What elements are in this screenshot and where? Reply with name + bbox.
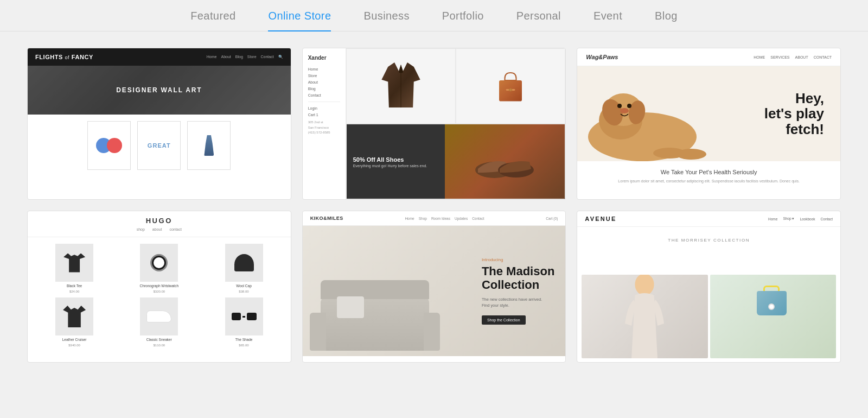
avenue-collection-label: THE MORRISEY COLLECTION [586,238,832,243]
theme-card-avenue[interactable]: AVENUE Home Shop ▾ Lookbook Contact THE … [577,211,841,363]
bag-circle [768,303,775,310]
xander-nav-item: Contact [308,93,340,97]
hugo-img-tshirt [55,244,93,282]
theme-card-flights-of-fancy[interactable]: FLIGHTS of FANCY Home About Blog Store C… [27,48,291,200]
hugo-title: Classic Sneaker [146,338,172,341]
wagpaws-logo: Wag&Paws [586,54,618,60]
tab-blog[interactable]: Blog [655,10,678,31]
xander-brand: Xander [308,55,340,61]
kiko-desc: The new collections have arrived.Find yo… [482,296,554,309]
svg-point-15 [676,149,706,160]
kiko-hero: Introducing The MadisonCollection The ne… [303,226,566,356]
category-nav: Featured Online Store Business Portfolio… [0,0,868,31]
shoes-illustration [473,143,538,181]
hugo-item-tshirt: Black Tee $24.00 [34,244,114,293]
hugo-img-beanie [225,244,263,282]
avenue-img-bag [710,275,836,358]
tab-business[interactable]: Business [363,10,409,31]
hugo-img-jacket [55,297,93,335]
hugo-title: Wool Cap [236,284,251,288]
svg-point-11 [617,104,622,108]
product-vase [204,135,214,156]
flights-nav-item: Blog [235,55,243,59]
flights-nav-item: About [221,55,231,59]
xander-nav-item: About [308,80,340,84]
hugo-title: Chronograph Wristwatch [140,284,178,288]
wagpaws-hero: Hey,let's playfetch! [577,66,840,161]
hugo-header: HUGO shop about contact [28,211,291,237]
hugo-nav-contact: contact [169,227,182,231]
svg-point-12 [627,104,631,108]
wagpaws-desc: Lorem ipsum dolor sit amet, consectetur … [586,179,832,185]
bag-svg [492,63,529,109]
kiko-text: Introducing The MadisonCollection The ne… [482,257,554,325]
kiko-header: KIKO&MILES Home Shop Room Ideas Updates … [303,211,566,226]
sneaker-shape [146,311,171,322]
sunglasses-shape [232,311,257,322]
flights-nav-item: Store [247,55,257,59]
flights-product-1 [87,121,131,170]
tab-portfolio[interactable]: Portfolio [442,10,484,31]
kiko-title: The MadisonCollection [482,264,554,292]
bridge [242,316,246,318]
tab-personal[interactable]: Personal [516,10,561,31]
hugo-price: $38.00 [239,290,248,293]
product-text-great: GREAT [148,142,171,149]
kiko-nav-item: Shop [419,217,427,220]
avenue-hero: THE MORRISEY COLLECTION [577,227,840,270]
kiko-nav: Home Shop Room Ideas Updates Contact [405,217,484,220]
xander-shoe-cell: 50% Off All Shoes Everything must go! Hu… [346,124,566,199]
flights-logo: FLIGHTS of FANCY [35,54,93,60]
lens-right [247,313,256,320]
theme-card-kiko-miles[interactable]: KIKO&MILES Home Shop Room Ideas Updates … [302,211,566,363]
avenue-nav: Home Shop ▾ Lookbook Contact [768,217,833,221]
theme-card-xander[interactable]: Xander Home Store About Blog Contact Log… [302,48,566,200]
shoe-sale-sub: Everything must go! Hurry before sales e… [353,163,427,167]
theme-card-wag-paws[interactable]: Wag&Paws HOME SERVICES ABOUT CONTACT [577,48,841,200]
xander-cart: Cart 1 [308,113,340,117]
lens-left [232,313,241,320]
kiko-nav-item: Room Ideas [431,217,450,220]
beanie-shape [234,254,254,271]
tab-online-store[interactable]: Online Store [268,10,331,31]
kiko-nav-item: Contact [472,217,484,220]
sofa-cushion-right [424,313,440,351]
svg-point-13 [620,108,629,113]
wagpaws-tagline-text: Hey,let's playfetch! [764,91,824,137]
flights-products: GREAT [28,115,291,176]
xander-bag-cell [456,48,565,124]
sofa-cushion-left [310,313,326,351]
tshirt-shape [63,254,85,273]
avenue-header: AVENUE Home Shop ▾ Lookbook Contact [577,211,840,227]
dog-illustration [577,66,767,161]
theme-card-hugo[interactable]: HUGO shop about contact Black Tee $24.00 [27,211,291,363]
avenue-images [577,270,840,363]
theme-grid: FLIGHTS of FANCY Home About Blog Store C… [5,31,863,379]
hugo-price: $340.00 [68,344,80,347]
hugo-product-grid: Black Tee $24.00 Chronograph Wristwatch … [28,237,291,353]
hugo-item-beanie: Wool Cap $38.00 [203,244,284,293]
avenue-nav-item: Lookbook [800,217,815,221]
wagpaws-nav-item: HOME [754,55,765,59]
hugo-nav: shop about contact [33,227,285,231]
xander-sidebar: Xander Home Store About Blog Contact Log… [303,48,346,199]
tab-event[interactable]: Event [593,10,622,31]
wagpaws-header: Wag&Paws HOME SERVICES ABOUT CONTACT [577,48,840,66]
tab-featured[interactable]: Featured [190,10,235,31]
kiko-nav-item: Home [405,217,414,220]
hugo-item-jacket: Leather Cruiser $340.00 [34,297,114,347]
xander-products: 50% Off All Shoes Everything must go! Hu… [346,48,566,199]
xander-address: 305 2nd stSan Francisco(415) 572-8585 [308,120,340,136]
svg-point-16 [635,275,654,295]
watch-face [154,257,164,268]
woman-illustration [612,275,677,358]
avenue-nav-item: Shop ▾ [783,217,794,221]
flights-hero: DESIGNER WALL ART [28,66,291,115]
sofa-shape [321,296,429,351]
wagpaws-subtitle: We Take Your Pet's Health Seriously [586,169,832,175]
flights-product-3 [187,121,231,170]
kiko-cta-button[interactable]: Shop the Collection [482,315,526,325]
avenue-brand: AVENUE [585,216,616,222]
wagpaws-nav: HOME SERVICES ABOUT CONTACT [754,55,832,59]
xander-jacket-cell [346,48,456,124]
